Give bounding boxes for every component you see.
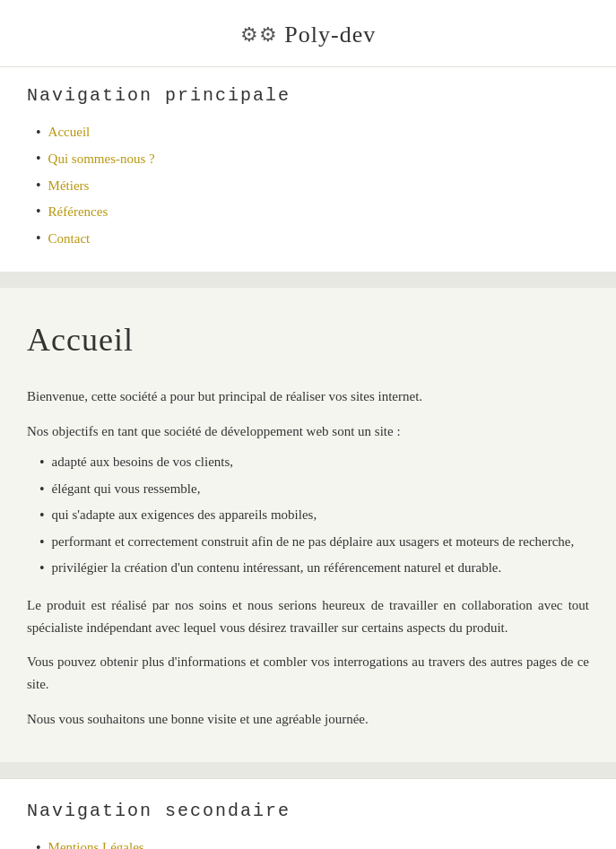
nav-link-accueil[interactable]: Accueil [48, 121, 91, 143]
nav-item-qui-sommes-nous[interactable]: Qui sommes-nous ? [36, 147, 589, 170]
site-header: ⚙ ⚙ Poly-dev [0, 0, 616, 67]
site-title: Poly-dev [284, 16, 376, 54]
primary-nav-heading: Navigation principale [27, 82, 589, 110]
primary-nav: Navigation principale Accueil Qui sommes… [0, 67, 616, 272]
objective-label-1: adapté aux besoins de vos clients, [52, 451, 233, 472]
objective-item-1: adapté aux besoins de vos clients, [39, 451, 589, 474]
objective-item-5: privilégier la création d'un contenu int… [39, 557, 589, 580]
section-divider [0, 272, 616, 288]
intro-paragraph: Bienvenue, cette société a pour but prin… [27, 386, 589, 408]
welcome-paragraph: Nous vous souhaitons une bonne visite et… [27, 708, 589, 731]
objective-label-3: qui s'adapte aux exigences des appareils… [52, 504, 317, 525]
nav-link-metiers[interactable]: Métiers [48, 175, 90, 196]
info-paragraph: Vous pouvez obtenir plus d'informations … [27, 651, 589, 696]
page-title: Accueil [27, 315, 589, 367]
nav-link-contact[interactable]: Contact [48, 228, 91, 249]
nav-link-references[interactable]: Références [48, 201, 108, 222]
nav-item-contact[interactable]: Contact [36, 227, 589, 250]
objective-label-2: élégant qui vous ressemble, [52, 478, 201, 499]
main-content: Accueil Bienvenue, cette société a pour … [0, 288, 616, 762]
nav-link-mentions-legales[interactable]: Mentions Légales [48, 836, 144, 849]
primary-nav-list: Accueil Qui sommes-nous ? Métiers Référe… [27, 121, 589, 250]
objectives-list: adapté aux besoins de vos clients, éléga… [27, 451, 589, 580]
secondary-nav-heading: Navigation secondaire [27, 797, 589, 826]
nav-item-references[interactable]: Références [36, 200, 589, 223]
nav-item-metiers[interactable]: Métiers [36, 174, 589, 197]
nav-item-accueil[interactable]: Accueil [36, 121, 589, 144]
secondary-nav-list: Mentions Légales Contact [27, 836, 589, 849]
objective-item-3: qui s'adapte aux exigences des appareils… [39, 504, 589, 527]
objective-label-4: performant et correctement construit afi… [52, 531, 575, 552]
objective-item-2: élégant qui vous ressemble, [39, 478, 589, 501]
nav-link-qui-sommes-nous[interactable]: Qui sommes-nous ? [48, 148, 155, 169]
objective-label-5: privilégier la création d'un contenu int… [52, 557, 502, 578]
logo-wrapper: ⚙ ⚙ Poly-dev [240, 16, 376, 54]
objective-item-4: performant et correctement construit afi… [39, 531, 589, 554]
nav-item-mentions-legales[interactable]: Mentions Légales [36, 836, 589, 849]
secondary-nav: Navigation secondaire Mentions Légales C… [0, 778, 616, 849]
collaboration-paragraph: Le produit est réalisé par nos soins et … [27, 594, 589, 639]
section-divider-2 [0, 762, 616, 778]
objectives-intro: Nos objectifs en tant que société de dév… [27, 420, 589, 442]
gear-icon: ⚙ ⚙ [240, 19, 276, 50]
